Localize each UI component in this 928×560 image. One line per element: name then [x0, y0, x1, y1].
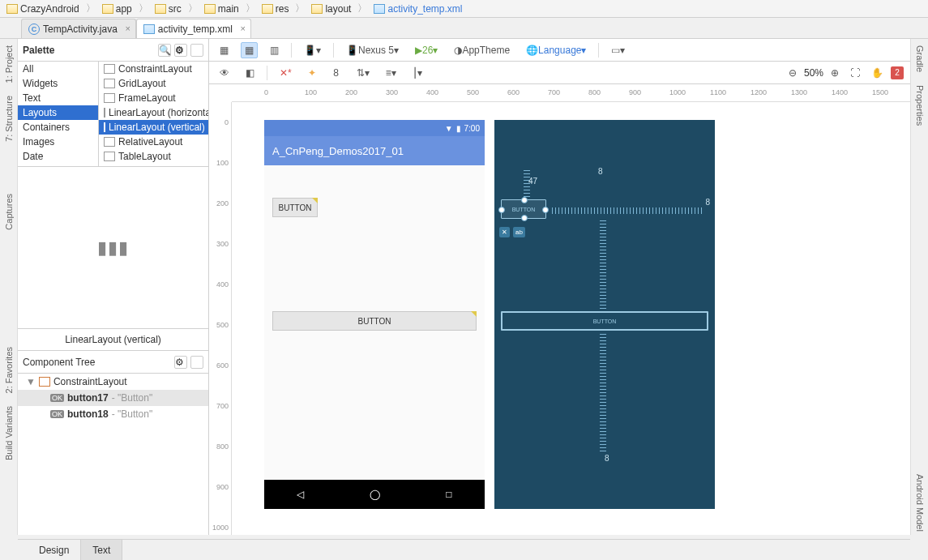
pack-button[interactable]: ⇅▾ — [353, 65, 374, 81]
palette-category[interactable]: Layouts — [18, 105, 98, 120]
tree-node-button17[interactable]: OK button17 - "Button" — [18, 390, 208, 406]
blueprint-preview[interactable]: 47 8 8 BUTTON ✕ ab — [494, 120, 715, 509]
tool-window-properties[interactable]: Properties — [915, 82, 925, 129]
baseline-icon[interactable]: ab — [513, 227, 525, 237]
tab-tempactivity-java[interactable]: C TempActivity.java × — [21, 19, 136, 38]
design-preview-phone[interactable]: ▼ ▮ 7:00 A_CnPeng_Demos2017_01 BUTTON BU… — [264, 120, 485, 509]
theme-selector[interactable]: ◑ AppTheme — [450, 42, 514, 58]
tool-window-build-variants[interactable]: Build Variants — [4, 403, 14, 464]
api-selector[interactable]: ▶ 26▾ — [411, 42, 442, 58]
ruler-tick: 1100 — [710, 88, 726, 96]
ruler-tick: 0 — [264, 88, 268, 96]
tree-node-button18[interactable]: OK button18 - "Button" — [18, 406, 208, 422]
ruler-tick: 600 — [216, 361, 229, 370]
zoom-out-button[interactable]: ⊖ — [785, 65, 801, 81]
select-design-surface-button[interactable]: ▦ — [216, 42, 233, 58]
canvas-area[interactable]: 0100200300400500600700800900100011001200… — [209, 84, 910, 535]
device-selector[interactable]: 📱 Nexus 5▾ — [342, 42, 403, 58]
crumb-main[interactable]: main — [201, 3, 242, 15]
crumb-file[interactable]: activity_temp.xml — [370, 3, 465, 15]
tab-activity-temp-xml[interactable]: activity_temp.xml × — [136, 19, 251, 38]
close-icon[interactable]: × — [240, 24, 245, 33]
pan-button[interactable]: ✋ — [867, 65, 887, 81]
xml-file-icon — [374, 4, 385, 14]
orientation-button[interactable]: 📱▾ — [300, 42, 325, 58]
recents-icon: □ — [446, 489, 451, 500]
layout-icon — [104, 137, 115, 147]
preview-button18[interactable]: BUTTON — [272, 311, 477, 331]
tree-node-constraintlayout[interactable]: ▼ ConstraintLayout — [18, 374, 208, 390]
filter-icon[interactable] — [190, 44, 203, 57]
gear-icon[interactable]: ⚙ — [174, 356, 187, 369]
ruler-tick: 800 — [588, 88, 601, 96]
tab-design[interactable]: Design — [28, 540, 81, 560]
language-selector[interactable]: 🌐 Language▾ — [522, 42, 590, 58]
crumb-app[interactable]: app — [99, 3, 135, 15]
zoom-fit-button[interactable]: ⛶ — [846, 65, 864, 81]
ruler-tick: 0 — [225, 118, 229, 126]
blueprint-button18[interactable]: BUTTON — [501, 311, 708, 331]
crumb-res[interactable]: res — [259, 3, 293, 15]
crumb-project[interactable]: CrazyAndroid — [3, 3, 83, 15]
palette-item[interactable]: TableLayout — [99, 149, 208, 164]
guideline-button[interactable]: ⎮▾ — [408, 65, 426, 81]
preview-button17[interactable]: BUTTON — [272, 198, 318, 217]
palette-category[interactable]: All — [18, 62, 98, 76]
resize-handle[interactable] — [542, 207, 549, 213]
blueprint-button17[interactable]: BUTTON — [501, 199, 546, 219]
gear-icon[interactable]: ⚙ — [174, 44, 187, 57]
ruler-tick: 200 — [345, 88, 357, 96]
component-tree[interactable]: ▼ ConstraintLayout OK button17 - "Button… — [18, 374, 208, 535]
align-button[interactable]: ≡▾ — [382, 65, 400, 81]
folder-icon — [102, 4, 113, 14]
design-blueprint-icon[interactable]: ◧ — [242, 65, 259, 81]
palette-item[interactable]: FrameLayout — [99, 91, 208, 105]
phone-content[interactable]: BUTTON BUTTON — [264, 165, 485, 480]
tool-window-structure[interactable]: 7: Structure — [4, 92, 14, 145]
ruler-tick: 200 — [216, 199, 229, 207]
palette-category[interactable]: Widgets — [18, 76, 98, 91]
delete-constraint-icon[interactable]: ✕ — [499, 227, 510, 237]
palette-item[interactable]: LinearLayout (vertical) — [99, 120, 208, 135]
nav-bar: ◁ ◯ □ — [264, 480, 485, 509]
palette-category[interactable]: Images — [18, 135, 98, 149]
tool-window-captures[interactable]: Captures — [4, 190, 14, 233]
palette-item[interactable]: LinearLayout (horizontal) — [99, 105, 208, 120]
ruler-tick: 300 — [386, 88, 398, 96]
close-icon[interactable]: × — [125, 24, 130, 33]
tool-window-gradle[interactable]: Gradle — [915, 42, 925, 75]
palette-category[interactable]: Date — [18, 149, 98, 164]
default-margin-input[interactable]: 8 — [328, 65, 344, 81]
view-mode-button[interactable]: ▦ — [241, 42, 258, 58]
ruler-tick: 1200 — [751, 88, 767, 96]
palette-category[interactable]: Containers — [18, 120, 98, 135]
clear-constraints-button[interactable]: ✕* — [276, 65, 296, 81]
tab-text[interactable]: Text — [81, 540, 122, 560]
crumb-layout[interactable]: layout — [308, 3, 354, 15]
palette-item-list[interactable]: ConstraintLayout GridLayout FrameLayout … — [99, 62, 208, 166]
infer-constraints-button[interactable]: ✦ — [304, 65, 320, 81]
ok-badge: OK — [50, 394, 64, 402]
palette-item[interactable]: RelativeLayout — [99, 135, 208, 149]
expand-arrow-icon[interactable]: ▼ — [26, 376, 36, 387]
tool-window-project[interactable]: 1: Project — [4, 42, 14, 86]
view-mode-button[interactable]: ▥ — [266, 42, 283, 58]
palette-item[interactable]: TableRow — [99, 164, 208, 166]
warnings-badge[interactable]: 2 — [891, 66, 904, 79]
resize-handle[interactable] — [521, 197, 528, 203]
palette-item[interactable]: ConstraintLayout — [99, 62, 208, 76]
eye-icon[interactable]: 👁 — [216, 65, 233, 81]
tool-window-android-model[interactable]: Android Model — [915, 471, 925, 535]
crumb-src[interactable]: src — [152, 3, 185, 15]
resize-handle[interactable] — [521, 215, 528, 221]
tool-window-favorites[interactable]: 2: Favorites — [4, 344, 14, 396]
layout-variants-button[interactable]: ▭▾ — [607, 42, 629, 58]
zoom-in-button[interactable]: ⊕ — [827, 65, 843, 81]
palette-category[interactable]: Text — [18, 91, 98, 105]
palette-item[interactable]: GridLayout — [99, 76, 208, 91]
resize-handle[interactable] — [498, 207, 505, 213]
filter-icon[interactable] — [190, 356, 203, 369]
search-icon[interactable]: 🔍 — [158, 44, 171, 57]
constraint-line — [600, 332, 606, 454]
palette-category-list[interactable]: All Widgets Text Layouts Containers Imag… — [18, 62, 99, 166]
